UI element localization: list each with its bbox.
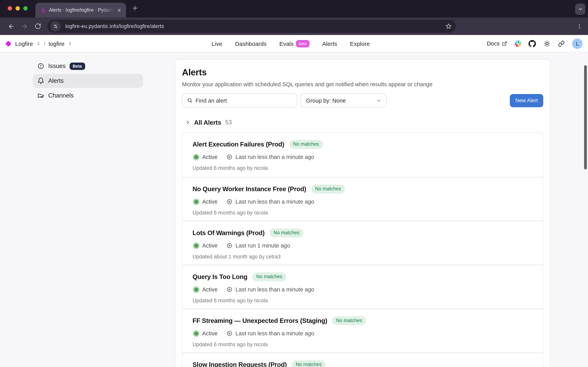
browser-tabstrip: Alerts · logfire/logfire · Pydant — [0, 0, 588, 17]
alerts-controls: Group by: None New Alert — [182, 93, 543, 108]
avatar[interactable]: L — [572, 38, 583, 49]
alert-updated: Updated 6 months ago by nicola — [193, 165, 535, 171]
nav-dashboards[interactable]: Dashboards — [235, 40, 267, 47]
play-circle-icon — [226, 330, 232, 336]
logfire-logo — [5, 40, 11, 46]
sidebar-item-channels[interactable]: Channels — [33, 89, 143, 103]
browser-menu-icon[interactable] — [576, 23, 583, 29]
no-matches-badge: No matches — [270, 228, 303, 237]
alert-last-run: Last run less than a minute ago — [236, 286, 314, 292]
tab-search-chevron-icon[interactable] — [575, 3, 585, 15]
top-nav: Live Dashboards Evalsbeta Alerts Explore — [212, 40, 370, 47]
alert-row[interactable]: Lots Of Warnings (Prod) No matches Activ… — [182, 221, 543, 265]
alert-status-row: Active Last run less than a minute ago — [193, 286, 535, 292]
search-box[interactable] — [182, 93, 297, 108]
alert-title[interactable]: No Query Worker Instance Free (Prod) — [193, 185, 306, 193]
alert-title[interactable]: Slow Ingestion Requests (Prod) — [193, 361, 287, 367]
group-name: All Alerts — [194, 119, 221, 126]
sidebar: Issues Beta Alerts Channels — [33, 59, 143, 103]
active-status-dot — [194, 155, 198, 159]
minimize-window-button[interactable] — [16, 6, 20, 10]
group-by-value: Group by: None — [306, 97, 346, 104]
project-selector-icon[interactable] — [68, 41, 72, 46]
alert-status: Active — [202, 242, 218, 249]
new-tab-icon[interactable] — [131, 5, 138, 12]
alert-updated: Updated 6 months ago by nicola — [193, 342, 535, 347]
nav-alerts[interactable]: Alerts — [322, 40, 337, 47]
breadcrumb: Logfire / logfire — [6, 40, 72, 47]
no-matches-badge: No matches — [252, 272, 286, 281]
alert-status: Active — [202, 154, 218, 160]
nav-live[interactable]: Live — [212, 40, 222, 47]
site-settings-icon[interactable] — [50, 21, 61, 32]
alert-row[interactable]: Alert Execution Failures (Prod) No match… — [182, 133, 543, 177]
close-window-button[interactable] — [8, 6, 12, 10]
sidebar-item-label: Issues — [48, 63, 66, 70]
sidebar-item-issues[interactable]: Issues Beta — [33, 59, 143, 73]
nav-evals[interactable]: Evalsbeta — [279, 40, 309, 47]
alert-title[interactable]: FF Streaming — Unexpected Errors (Stagin… — [193, 317, 327, 325]
alert-status-row: Active Last run 1 minute ago — [193, 242, 535, 249]
active-status-dot — [194, 200, 198, 204]
sidebar-item-alerts[interactable]: Alerts — [33, 74, 143, 88]
sidebar-item-label: Alerts — [48, 77, 64, 84]
page-subtitle: Monitor your application with scheduled … — [182, 81, 543, 87]
org-selector-icon[interactable] — [36, 41, 41, 46]
alert-last-run: Last run less than a minute ago — [236, 199, 314, 205]
window-controls — [8, 6, 28, 10]
megaphone-icon — [37, 92, 44, 99]
alert-updated: Updated 6 months ago by nicola — [193, 210, 535, 216]
forward-icon[interactable] — [18, 20, 31, 33]
tab-close-icon[interactable] — [116, 7, 122, 13]
org-name[interactable]: Logfire — [15, 40, 33, 47]
alert-group-header[interactable]: All Alerts 53 — [185, 118, 543, 127]
logfire-favicon — [41, 8, 46, 13]
project-name[interactable]: logfire — [49, 40, 65, 47]
play-circle-icon — [226, 154, 232, 160]
maximize-window-button[interactable] — [23, 6, 28, 10]
active-status-dot — [194, 243, 198, 248]
alert-row[interactable]: Query Is Too Long No matches Active Last… — [182, 265, 543, 309]
github-icon[interactable] — [528, 40, 536, 47]
tab-title: Alerts · logfire/logfire · Pydant — [49, 7, 116, 13]
alert-status-row: Active Last run less than a minute ago — [193, 199, 535, 205]
new-alert-button[interactable]: New Alert — [510, 94, 543, 107]
scrollbar-thumb[interactable] — [584, 65, 587, 169]
evals-beta-badge: beta — [296, 40, 309, 47]
external-link-icon — [502, 41, 507, 46]
chevron-right-icon[interactable] — [185, 120, 191, 125]
play-circle-icon — [226, 242, 232, 249]
search-icon — [187, 98, 193, 103]
alert-last-run: Last run 1 minute ago — [236, 242, 290, 249]
play-circle-icon — [226, 199, 232, 205]
no-matches-badge: No matches — [289, 140, 323, 149]
nav-explore[interactable]: Explore — [350, 40, 370, 47]
alert-title[interactable]: Alert Execution Failures (Prod) — [193, 141, 284, 148]
back-icon[interactable] — [5, 20, 18, 33]
alert-title[interactable]: Query Is Too Long — [193, 273, 247, 281]
alert-status: Active — [202, 199, 218, 205]
slack-icon[interactable] — [514, 40, 521, 47]
alert-row[interactable]: FF Streaming — Unexpected Errors (Stagin… — [182, 309, 543, 352]
link-icon[interactable] — [558, 40, 565, 47]
no-matches-badge: No matches — [311, 184, 345, 193]
theme-sun-icon[interactable] — [543, 40, 551, 47]
bookmark-star-icon[interactable] — [445, 23, 452, 30]
breadcrumb-separator: / — [44, 40, 45, 47]
alerts-panel: Alerts Monitor your application with sch… — [175, 59, 550, 367]
bell-icon — [37, 77, 44, 84]
alert-status-row: Active Last run less than a minute ago — [193, 330, 535, 336]
reload-icon[interactable] — [31, 20, 44, 33]
group-by-select[interactable]: Group by: None — [300, 93, 387, 108]
chevron-down-icon — [376, 98, 382, 103]
no-matches-badge: No matches — [292, 360, 325, 367]
browser-tab[interactable]: Alerts · logfire/logfire · Pydant — [35, 3, 126, 17]
url-text[interactable]: logfire-eu.pydantic.info/logfire/logfire… — [65, 23, 445, 29]
alert-row[interactable]: Slow Ingestion Requests (Prod) No matche… — [182, 352, 543, 367]
alert-row[interactable]: No Query Worker Instance Free (Prod) No … — [182, 177, 543, 221]
alert-title[interactable]: Lots Of Warnings (Prod) — [193, 229, 265, 237]
url-bar[interactable]: logfire-eu.pydantic.info/logfire/logfire… — [47, 20, 456, 33]
docs-link[interactable]: Docs — [487, 40, 507, 47]
search-input[interactable] — [196, 97, 293, 104]
alert-status-row: Active Last run less than a minute ago — [193, 154, 535, 160]
